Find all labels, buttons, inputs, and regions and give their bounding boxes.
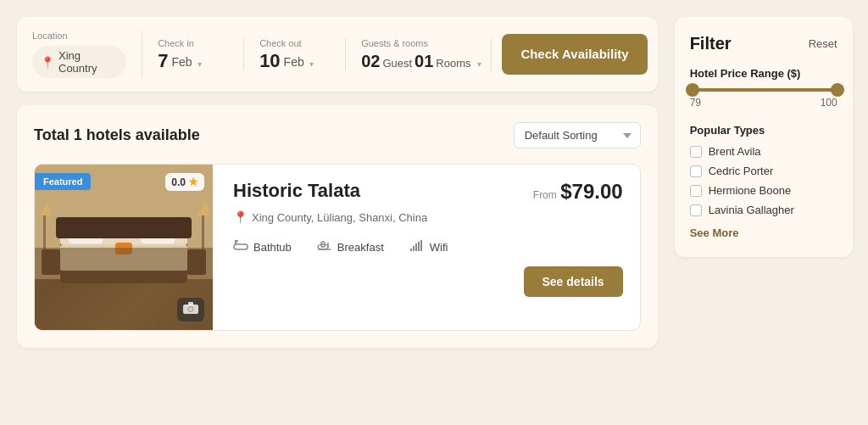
check-in-section[interactable]: Check in 7 Feb ▾ — [142, 38, 244, 70]
results-area: Total 1 hotels available Default Sorting… — [17, 105, 658, 348]
checkbox-brent-avila-label: Brent Avila — [709, 145, 761, 158]
star-icon: ★ — [188, 176, 198, 188]
filter-panel: Filter Reset Hotel Price Range ($) 79 10… — [675, 17, 853, 257]
breakfast-icon — [317, 239, 332, 254]
popular-types-section: Popular Types Brent Avila Cedric Porter … — [690, 124, 837, 240]
svg-rect-21 — [235, 240, 238, 242]
price-max: 100 — [821, 97, 837, 109]
search-bar: Location 📍 Xing Country Check in 7 Feb ▾… — [17, 17, 658, 92]
location-section: Location 📍 Xing Country — [27, 31, 142, 78]
see-more-link[interactable]: See More — [690, 226, 739, 239]
featured-badge: Featured — [35, 173, 91, 190]
rating-badge: 0.0 ★ — [165, 173, 204, 191]
svg-rect-27 — [413, 246, 415, 251]
hotel-name: Historic Talata — [233, 180, 360, 202]
check-out-month: Feb — [284, 55, 304, 69]
checkbox-hermione-boone-box[interactable] — [690, 185, 702, 197]
wifi-icon — [409, 239, 425, 254]
location-value-pill[interactable]: 📍 Xing Country — [32, 46, 126, 78]
camera-icon[interactable] — [177, 298, 204, 322]
price-range-section: Hotel Price Range ($) 79 100 — [690, 67, 837, 109]
check-out-day: 10 — [259, 52, 280, 70]
checkbox-brent-avila-box[interactable] — [690, 146, 702, 158]
hotel-location: 📍 Xing County, Lüliang, Shanxi, China — [233, 210, 623, 224]
see-details-button[interactable]: See details — [524, 266, 623, 297]
location-pin-icon: 📍 — [233, 210, 248, 224]
bathtub-label: Bathtub — [253, 241, 292, 254]
svg-rect-26 — [410, 249, 412, 251]
svg-rect-13 — [42, 249, 60, 275]
checkbox-hermione-boone-label: Hermione Boone — [709, 184, 792, 197]
check-out-value: 10 Feb ▾ — [259, 52, 330, 70]
check-in-day: 7 — [158, 52, 168, 70]
filter-header: Filter Reset — [690, 34, 837, 53]
svg-rect-18 — [188, 302, 193, 305]
results-header: Total 1 hotels available Default Sorting… — [34, 122, 641, 148]
guests-section[interactable]: Guests & rooms 02 Guest 01 Rooms ▾ — [346, 38, 492, 71]
hotel-card: Featured 0.0 ★ — [34, 164, 641, 331]
price-range-label: Hotel Price Range ($) — [690, 67, 837, 80]
guests-label: Guests & rooms — [361, 38, 476, 48]
hotel-price-wrap: From $79.00 — [533, 180, 623, 204]
room-label: Rooms — [436, 57, 470, 70]
svg-point-17 — [189, 308, 192, 311]
hotel-price-from: From — [533, 189, 557, 201]
guest-count: 02 — [361, 52, 380, 71]
hotel-price: $79.00 — [560, 180, 622, 203]
svg-rect-14 — [187, 249, 206, 275]
location-pin-icon: 📍 — [41, 56, 54, 69]
check-in-chevron-icon: ▾ — [198, 59, 202, 69]
checkbox-lavinia-gallagher-box[interactable] — [690, 204, 702, 216]
hotel-image-wrap: Featured 0.0 ★ — [35, 165, 213, 330]
price-slider-fill — [690, 88, 837, 92]
guest-label: Guest — [382, 57, 412, 70]
wifi-label: Wifi — [430, 241, 448, 254]
svg-rect-2 — [60, 241, 187, 283]
breakfast-label: Breakfast — [337, 241, 384, 254]
checkbox-brent-avila[interactable]: Brent Avila — [690, 145, 837, 158]
checkbox-lavinia-gallagher-label: Lavinia Gallagher — [709, 204, 794, 216]
price-min: 79 — [690, 97, 701, 109]
svg-rect-11 — [202, 215, 204, 249]
guests-value: 02 Guest 01 Rooms ▾ — [361, 52, 476, 71]
hotel-location-text: Xing County, Lüliang, Shanxi, China — [252, 211, 427, 224]
checkbox-lavinia-gallagher[interactable]: Lavinia Gallagher — [690, 204, 837, 216]
checkbox-cedric-porter-label: Cedric Porter — [709, 165, 774, 177]
svg-rect-29 — [418, 242, 420, 251]
svg-rect-30 — [420, 240, 422, 251]
hotel-top-row: Historic Talata From $79.00 — [233, 180, 623, 204]
checkbox-cedric-porter-box[interactable] — [690, 165, 702, 177]
guests-chevron-icon: ▾ — [477, 59, 481, 69]
checkbox-hermione-boone[interactable]: Hermione Boone — [690, 184, 837, 197]
location-label: Location — [32, 31, 126, 41]
hotel-info: Historic Talata From $79.00 📍 Xing Count… — [230, 165, 640, 330]
popular-types-label: Popular Types — [690, 124, 837, 137]
svg-rect-7 — [115, 243, 132, 254]
check-in-month: Feb — [171, 55, 192, 69]
svg-rect-9 — [43, 215, 46, 249]
amenity-breakfast: Breakfast — [317, 239, 384, 254]
room-count: 01 — [415, 52, 433, 71]
check-availability-button[interactable]: Check Availability — [502, 34, 647, 75]
check-out-section[interactable]: Check out 10 Feb ▾ — [244, 38, 346, 70]
location-value-text: Xing Country — [58, 49, 118, 75]
checkbox-cedric-porter[interactable]: Cedric Porter — [690, 165, 837, 177]
hotel-amenities: Bathtub — [233, 239, 623, 254]
main-content: Location 📍 Xing Country Check in 7 Feb ▾… — [17, 17, 658, 348]
check-out-chevron-icon: ▾ — [309, 59, 314, 69]
filter-title: Filter — [690, 34, 732, 53]
check-out-label: Check out — [259, 38, 330, 48]
price-slider-left-thumb[interactable] — [686, 83, 699, 97]
price-slider-track[interactable] — [690, 88, 837, 92]
sorting-select[interactable]: Default Sorting Price: Low to High Price… — [514, 122, 641, 148]
filter-reset-button[interactable]: Reset — [809, 37, 837, 50]
price-slider-right-thumb[interactable] — [831, 83, 844, 97]
results-count: Total 1 hotels available — [34, 126, 200, 144]
hotel-rating: 0.0 — [171, 176, 186, 188]
check-in-value: 7 Feb ▾ — [158, 52, 228, 70]
price-labels: 79 100 — [690, 97, 837, 109]
svg-rect-6 — [60, 245, 187, 271]
amenity-bathtub: Bathtub — [233, 239, 292, 254]
check-in-label: Check in — [158, 38, 228, 48]
bathtub-icon — [233, 239, 248, 254]
